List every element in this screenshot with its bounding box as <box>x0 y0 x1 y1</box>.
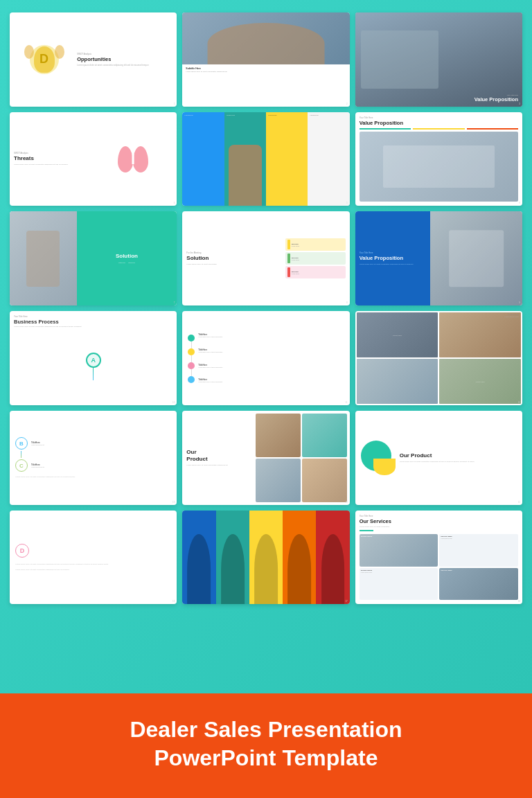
col-yellow-col: Leadership <box>266 112 308 206</box>
slide-7-solution-teal[interactable]: Solution TitleHere TitleHere 7 <box>10 211 177 305</box>
slide-17-portraits[interactable]: 17 <box>182 511 349 605</box>
slide-16-bp-d[interactable]: D Lorem ipsum dolor sit amet consectetur… <box>10 511 177 605</box>
col-white: Leadership <box>308 112 349 206</box>
slide-12-product-collage[interactable]: Product Name Product Name Product Name L… <box>355 311 522 405</box>
slide15-product-title: Our Product <box>400 452 517 459</box>
portrait-teal <box>216 511 249 605</box>
grid-row-3: Solution TitleHere TitleHere 7 For the M… <box>10 211 522 305</box>
slide9-vp-title: Value Proposition <box>360 255 427 261</box>
portrait-red <box>316 511 349 605</box>
title-bar: Dealer Sales Presentation PowerPoint Tem… <box>0 693 532 798</box>
slide-14-our-product[interactable]: OurProduct Lorem ipsum dolor sit amet co… <box>182 411 349 505</box>
slide18-services-title: Our Services <box>360 518 518 524</box>
threats-icon: I <box>94 144 173 175</box>
grid-row-2: SWOT Analysis Threats Lorem ipsum dolor … <box>10 112 522 206</box>
grid-row-5: B TitleHere Lorem ipsum dolor sit C Titl… <box>10 411 522 505</box>
slide-18-services[interactable]: Your Title Here Our Services Lorem ipsum… <box>355 511 522 605</box>
footer-title: Dealer Sales Presentation PowerPoint Tem… <box>14 716 518 773</box>
portrait-blue <box>182 511 215 605</box>
slide-6-vp-white[interactable]: Your Title Here Value Proposition 6 <box>355 112 522 206</box>
slide-13-bp-bc[interactable]: B TitleHere Lorem ipsum dolor sit C Titl… <box>10 411 177 505</box>
slide-11-timeline[interactable]: TitleHere Lorem ipsum dolor sit amet con… <box>182 311 349 405</box>
main-container: D SWOT Analysis Opportunities Lorem ipsu… <box>0 0 532 798</box>
slide-15-our-product-circle[interactable]: Our Product Lorem ipsum dolor sit amet c… <box>355 411 522 505</box>
slide-9-vp-blue[interactable]: Your Title Here Value Proposition Lorem … <box>355 211 522 305</box>
opportunities-title: Opportunities <box>77 56 172 62</box>
slide-1-opportunities[interactable]: D SWOT Analysis Opportunities Lorem ipsu… <box>10 12 177 107</box>
slide6-vp-title: Value Proposition <box>360 120 518 126</box>
slide-5-colorful[interactable]: Leadership Leadership Leadership Leaders… <box>182 112 349 206</box>
slide-10-bp-a[interactable]: Your Title Here Business Process Lorem i… <box>10 311 177 405</box>
col-teal: Leadership <box>224 112 266 206</box>
grid-row-6: D Lorem ipsum dolor sit amet consectetur… <box>10 511 522 605</box>
solution-teal-title: Solution <box>116 253 138 259</box>
slide8-solution-title: Solution <box>186 255 282 261</box>
slide10-bp-title: Business Process <box>14 319 172 325</box>
opportunities-icon-area: D <box>14 42 74 77</box>
slide-8-solution-white[interactable]: For the Meeting Solution Lorem ipsum dol… <box>182 211 349 305</box>
slide-4-threats[interactable]: SWOT Analysis Threats Lorem ipsum dolor … <box>10 112 177 206</box>
slide3-vp-title: Value Proposition <box>360 96 518 103</box>
threats-title: Threats <box>14 155 94 161</box>
grid-row-4: Your Title Here Business Process Lorem i… <box>10 311 522 405</box>
slide-3-vp[interactable]: Your Title Here Value Proposition 3 <box>355 12 522 107</box>
portrait-yellow <box>249 511 283 605</box>
slide14-product-title: OurProduct <box>186 449 248 462</box>
slides-grid: D SWOT Analysis Opportunities Lorem ipsu… <box>0 0 532 693</box>
portrait-orange <box>283 511 316 605</box>
slide-2-photo[interactable]: Subtitle Here Lorem ipsum dolor sit amet… <box>182 12 349 107</box>
grid-row-1: D SWOT Analysis Opportunities Lorem ipsu… <box>10 12 522 107</box>
opportunities-text: SWOT Analysis Opportunities Lorem ipsum … <box>74 53 172 66</box>
threats-text: SWOT Analysis Threats Lorem ipsum dolor … <box>14 152 94 166</box>
col-blue: Leadership <box>182 112 224 206</box>
